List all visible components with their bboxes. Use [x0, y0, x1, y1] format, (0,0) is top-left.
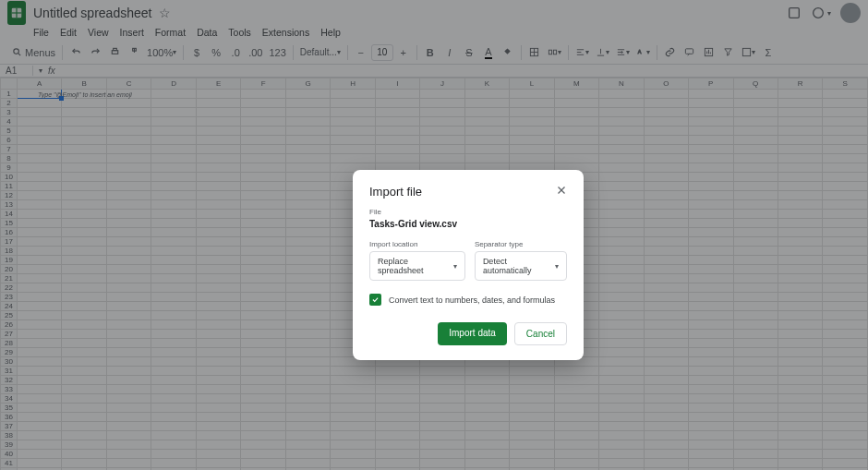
close-icon: [556, 185, 567, 196]
chevron-down-icon: ▾: [555, 262, 559, 271]
convert-label: Convert text to numbers, dates, and form…: [389, 295, 555, 305]
chevron-down-icon: ▾: [453, 262, 457, 271]
import-location-label: Import location: [369, 240, 465, 248]
cancel-button[interactable]: Cancel: [514, 322, 567, 345]
separator-dropdown[interactable]: Detect automatically ▾: [475, 251, 567, 281]
file-name: Tasks-Grid view.csv: [369, 219, 567, 229]
file-label: File: [369, 208, 567, 216]
separator-label: Separator type: [475, 240, 567, 248]
dialog-title: Import file: [369, 185, 422, 199]
import-location-dropdown[interactable]: Replace spreadsheet ▾: [369, 251, 465, 281]
import-data-button[interactable]: Import data: [438, 322, 507, 345]
close-button[interactable]: [556, 185, 567, 199]
import-file-dialog: Import file File Tasks-Grid view.csv Imp…: [353, 170, 584, 360]
checkmark-icon: [371, 295, 380, 304]
convert-checkbox[interactable]: [369, 294, 381, 306]
